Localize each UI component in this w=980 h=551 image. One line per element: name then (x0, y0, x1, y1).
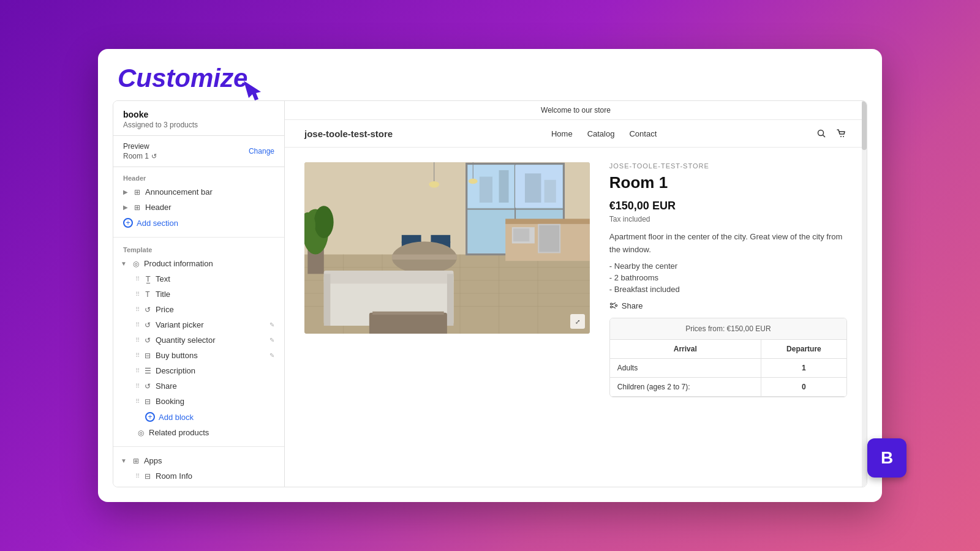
departure-header: Departure (761, 340, 846, 359)
handle-icon-quantity: ⠿ (135, 337, 140, 343)
b-badge-label: B (881, 448, 893, 468)
store-nav: jose-toole-test-store Home Catalog Conta… (285, 120, 867, 148)
sidebar-item-share[interactable]: ⠿ ↺ Share (113, 378, 284, 394)
nav-home[interactable]: Home (551, 129, 573, 138)
header-section-group: Header ▶ ⊞ Announcement bar ▶ ⊞ Header (113, 167, 284, 236)
share-label: Share (156, 381, 177, 391)
apps-label: Apps (144, 456, 162, 465)
customize-title: Customize (118, 64, 247, 93)
expand-image-btn[interactable]: ⤢ (570, 314, 585, 329)
handle-icon-booking: ⠿ (135, 398, 140, 405)
title-icon: T (143, 290, 152, 299)
share-icon: ↺ (143, 382, 152, 391)
svg-point-52 (469, 179, 478, 184)
sidebar-item-booking[interactable]: ⠿ ⊟ Booking (113, 394, 284, 409)
product-description: Apartment floor in the center of the cit… (609, 231, 847, 257)
handle-icon-share: ⠿ (135, 383, 140, 389)
preview-change-button[interactable]: Change (249, 147, 274, 156)
header-label: Header (145, 203, 172, 212)
expand-arrow-apps: ▼ (121, 457, 127, 464)
sidebar-item-apps[interactable]: ▼ ⊞ Apps (113, 453, 284, 468)
buy-buttons-label: Buy buttons (156, 351, 198, 360)
svg-rect-42 (392, 255, 457, 260)
nav-links: Home Catalog Contact (551, 129, 657, 138)
settings-icon-product: ◎ (132, 260, 140, 268)
grid-icon-header: ⊞ (133, 203, 141, 212)
product-image: ⤢ (304, 162, 590, 334)
search-button[interactable] (815, 127, 827, 140)
quantity-selector-label: Quantity selector (156, 335, 216, 345)
description-label: Description (156, 366, 195, 375)
expand-arrow-product: ▼ (121, 260, 127, 267)
sidebar-item-quantity[interactable]: ⠿ ↺ Quantity selector ✎ (113, 332, 284, 348)
cart-button[interactable] (835, 127, 847, 140)
sidebar-item-product-info[interactable]: ▼ ◎ Product information (113, 256, 284, 271)
sidebar-item-text[interactable]: ⠿ T̲ Text (113, 271, 284, 287)
svg-rect-32 (513, 228, 529, 241)
grid-icon-announcement: ⊞ (133, 188, 141, 197)
b-badge[interactable]: B (867, 438, 907, 478)
arrow-icon (239, 73, 268, 105)
room-info-label: Room Info (156, 471, 192, 481)
children-value-cell[interactable]: 0 (761, 377, 846, 396)
handle-icon-price: ⠿ (135, 306, 140, 313)
sidebar-top: booke Assigned to 3 products (113, 101, 284, 136)
add-section-button-1[interactable]: + Add section (113, 215, 284, 231)
sidebar-item-room-info[interactable]: ⠿ ⊟ Room Info (113, 468, 284, 484)
edit-icon-variant: ✎ (270, 321, 274, 328)
add-block-label-1: Add block (159, 413, 194, 422)
svg-point-2 (840, 136, 842, 137)
children-label-cell: Children (ages 2 to 7): (610, 377, 761, 396)
nav-catalog[interactable]: Catalog (587, 129, 615, 138)
sidebar-item-variant-picker[interactable]: ⠿ ↺ Variant picker ✎ (113, 317, 284, 332)
nav-contact[interactable]: Contact (629, 129, 657, 138)
sidebar-item-description[interactable]: ⠿ ☰ Description (113, 363, 284, 378)
svg-point-53 (615, 305, 617, 307)
svg-point-50 (429, 181, 439, 188)
expand-arrow-header: ▶ (123, 204, 128, 211)
adults-value-cell[interactable]: 1 (761, 358, 846, 377)
announcement-bar-preview: Welcome to our store (285, 101, 867, 120)
sidebar-item-header[interactable]: ▶ ⊞ Header (113, 200, 284, 215)
apps-section-group: ▼ ⊞ Apps ⠿ ⊟ Room Info + Add block (113, 448, 284, 487)
svg-rect-48 (372, 312, 443, 315)
variant-icon: ↺ (143, 321, 152, 329)
share-row[interactable]: Share (609, 301, 847, 310)
text-icon: T̲ (143, 275, 152, 283)
svg-rect-47 (369, 313, 447, 334)
product-info-label: Product information (144, 259, 213, 268)
preview-wrapper: Welcome to our store jose-toole-test-sto… (285, 101, 867, 487)
title-label: Title (156, 290, 170, 299)
preview-scrollbar[interactable] (862, 101, 867, 487)
sidebar-item-buy-buttons[interactable]: ⠿ ⊟ Buy buttons ✎ (113, 348, 284, 363)
preview-row: Preview Room 1 ↺ Change (113, 136, 284, 167)
shopify-preview: Welcome to our store jose-toole-test-sto… (285, 101, 867, 487)
header-section-label: Header (113, 172, 284, 184)
add-block-button-1[interactable]: + Add block (113, 409, 284, 425)
adults-label-cell: Adults (610, 358, 761, 377)
product-feature-1: - 2 bathrooms (609, 273, 847, 282)
buy-icon: ⊟ (143, 351, 152, 360)
edit-icon-quantity: ✎ (270, 337, 274, 343)
svg-rect-24 (499, 170, 509, 203)
desc-icon: ☰ (143, 367, 152, 375)
handle-icon-text: ⠿ (135, 276, 140, 282)
product-feature-2: - Breakfast included (609, 285, 847, 294)
scroll-thumb (862, 101, 867, 150)
expand-arrow-announcement: ▶ (123, 189, 128, 195)
add-block-button-2[interactable]: + Add block (113, 484, 284, 487)
product-area: ⤢ JOSE-TOOLE-TEST-STORE Room 1 €150,00 E… (285, 148, 867, 487)
share-icon-svg (609, 301, 618, 310)
sidebar-item-price[interactable]: ⠿ ↺ Price (113, 302, 284, 317)
divider-1 (113, 237, 284, 238)
sidebar-item-title[interactable]: ⠿ T Title (113, 287, 284, 302)
refresh-icon[interactable]: ↺ (151, 152, 157, 160)
product-title: Room 1 (609, 173, 847, 192)
product-feature-0: - Nearby the center (609, 261, 847, 271)
svg-rect-45 (324, 274, 331, 326)
sidebar-item-announcement-bar[interactable]: ▶ ⊞ Announcement bar (113, 184, 284, 200)
variant-picker-label: Variant picker (156, 320, 204, 329)
booking-label: Booking (156, 397, 184, 406)
svg-rect-46 (447, 274, 454, 326)
sidebar-item-related-products[interactable]: ◎ Related products (113, 425, 284, 440)
